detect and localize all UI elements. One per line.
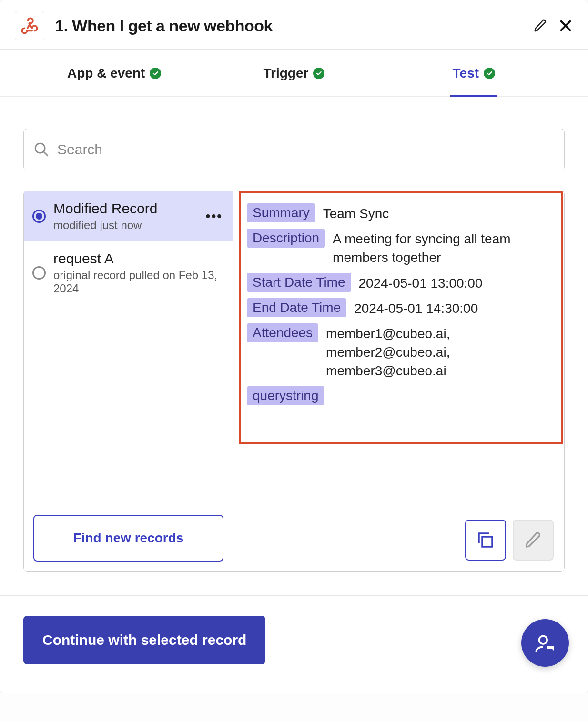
record-subtitle: modified just now <box>53 219 196 232</box>
check-icon <box>313 68 324 79</box>
close-button[interactable] <box>558 18 573 33</box>
records-container: Modified Recordmodified just now•••reque… <box>23 191 565 572</box>
field-key: Description <box>247 229 325 248</box>
rename-button[interactable] <box>533 19 547 33</box>
tab-trigger[interactable]: Trigger <box>204 50 384 96</box>
webhook-icon <box>15 11 44 40</box>
record-search[interactable] <box>23 129 565 170</box>
radio[interactable] <box>32 210 46 223</box>
detail-field: SummaryTeam Sync <box>247 203 551 223</box>
field-value: 2024-05-01 13:00:00 <box>359 273 483 292</box>
record-detail-pane: SummaryTeam SyncDescriptionA meeting for… <box>233 191 564 571</box>
tab-label: Trigger <box>264 66 309 81</box>
record-title: Modified Record <box>53 201 196 217</box>
setup-tabs: App & eventTriggerTest <box>0 49 588 97</box>
radio[interactable] <box>32 266 46 280</box>
field-key: Start Date Time <box>247 273 351 292</box>
find-new-records-button[interactable]: Find new records <box>33 515 223 562</box>
records-list: Modified Recordmodified just now•••reque… <box>24 191 233 571</box>
panel-title: 1. When I get a new webhook <box>55 17 533 35</box>
help-chat-icon <box>533 631 557 655</box>
detail-field: querystring <box>247 386 551 405</box>
field-value: A meeting for syncing all team members t… <box>333 229 551 267</box>
pencil-icon <box>533 19 547 33</box>
record-item[interactable]: Modified Recordmodified just now••• <box>24 191 233 241</box>
test-tab-content: Modified Recordmodified just now•••reque… <box>0 97 588 572</box>
edit-record-button[interactable] <box>513 520 554 561</box>
close-icon <box>558 18 573 33</box>
copy-button[interactable] <box>465 520 506 561</box>
record-menu-button[interactable]: ••• <box>204 209 224 224</box>
copy-icon <box>476 530 496 550</box>
field-value: 2024-05-01 14:30:00 <box>354 298 478 318</box>
check-icon <box>150 68 161 79</box>
tab-app-event[interactable]: App & event <box>24 50 204 96</box>
field-value: Team Sync <box>323 203 389 223</box>
detail-field: Attendeesmember1@cubeo.ai, member2@cubeo… <box>247 323 551 381</box>
trigger-setup-panel: 1. When I get a new webhook App & eventT… <box>0 0 588 693</box>
continue-button[interactable]: Continue with selected record <box>23 616 265 664</box>
tab-test[interactable]: Test <box>384 50 564 96</box>
record-title: request A <box>53 251 224 267</box>
record-item[interactable]: request Aoriginal record pulled on Feb 1… <box>24 241 233 304</box>
check-icon <box>484 68 495 79</box>
tab-label: Test <box>453 66 479 81</box>
pencil-icon <box>524 531 542 549</box>
help-fab[interactable] <box>521 619 569 667</box>
field-key: End Date Time <box>247 298 346 317</box>
detail-field: Start Date Time2024-05-01 13:00:00 <box>247 273 551 292</box>
field-key: Attendees <box>247 323 318 342</box>
field-key: Summary <box>247 203 315 222</box>
svg-rect-1 <box>482 537 492 547</box>
svg-point-2 <box>539 636 547 644</box>
search-input[interactable] <box>56 141 555 158</box>
record-subtitle: original record pulled on Feb 13, 2024 <box>53 269 224 295</box>
field-value: member1@cubeo.ai, member2@cubeo.ai, memb… <box>326 323 551 381</box>
detail-field: End Date Time2024-05-01 14:30:00 <box>247 298 551 318</box>
panel-header: 1. When I get a new webhook <box>0 0 588 49</box>
search-icon <box>33 141 50 158</box>
field-key: querystring <box>247 386 324 405</box>
tab-label: App & event <box>67 66 145 81</box>
detail-field: DescriptionA meeting for syncing all tea… <box>247 229 551 267</box>
bottom-bar: Continue with selected record <box>0 595 588 693</box>
